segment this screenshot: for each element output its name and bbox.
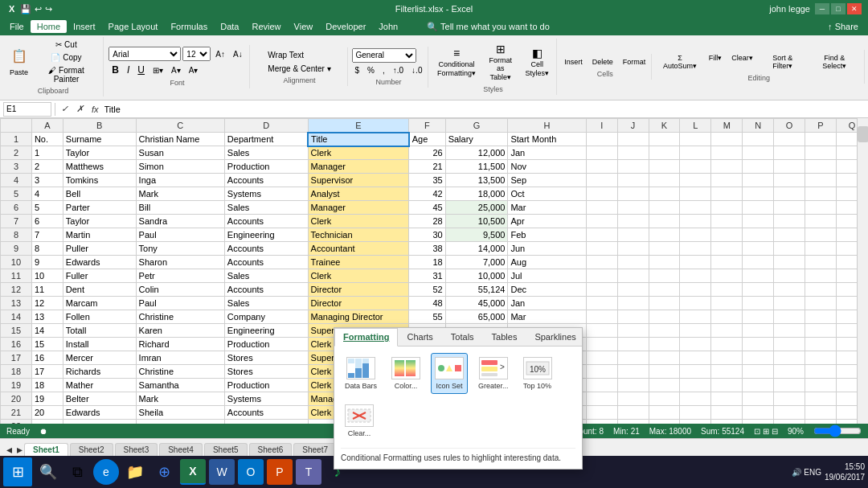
cell-empty-5-6[interactable] bbox=[774, 187, 805, 201]
cell-empty-13-1[interactable] bbox=[617, 297, 649, 310]
row-header-6[interactable]: 6 bbox=[1, 201, 32, 215]
row-header-7[interactable]: 7 bbox=[1, 215, 32, 228]
cell-H11[interactable]: Jul bbox=[508, 269, 586, 283]
row-header-8[interactable]: 8 bbox=[1, 228, 32, 242]
cell-empty-14-4[interactable] bbox=[711, 310, 743, 324]
cell-C3[interactable]: Simon bbox=[136, 160, 224, 174]
cell-empty-3-0[interactable] bbox=[586, 160, 617, 174]
cell-H3[interactable]: Nov bbox=[508, 160, 586, 174]
cell-D1[interactable]: Department bbox=[224, 133, 308, 146]
cell-B4[interactable]: Tomkins bbox=[63, 174, 136, 187]
cell-F9[interactable]: 38 bbox=[409, 242, 445, 256]
cell-empty-6-2[interactable] bbox=[649, 201, 680, 215]
cell-B13[interactable]: Marcam bbox=[63, 297, 136, 310]
cell-H9[interactable]: Jun bbox=[508, 242, 586, 256]
fill-button[interactable]: Fill▾ bbox=[705, 51, 727, 72]
cell-G10[interactable]: 7,000 bbox=[445, 256, 508, 269]
cell-A16[interactable]: 15 bbox=[31, 338, 63, 351]
cell-B8[interactable]: Martin bbox=[63, 228, 136, 242]
font-color-button[interactable]: A▾ bbox=[186, 64, 202, 76]
cell-G13[interactable]: 45,000 bbox=[445, 297, 508, 310]
cell-C15[interactable]: Karen bbox=[136, 324, 224, 338]
cell-B12[interactable]: Dent bbox=[63, 283, 136, 297]
cell-D5[interactable]: Systems bbox=[224, 187, 308, 201]
formula-input[interactable] bbox=[104, 102, 865, 117]
cell-empty-9-4[interactable] bbox=[711, 242, 743, 256]
cell-F4[interactable]: 35 bbox=[409, 174, 445, 187]
cell-empty-18-0[interactable] bbox=[586, 365, 617, 379]
cell-A13[interactable]: 12 bbox=[31, 297, 63, 310]
cell-empty-9-0[interactable] bbox=[586, 242, 617, 256]
cell-empty-19-0[interactable] bbox=[586, 379, 617, 392]
col-header-G[interactable]: G bbox=[445, 119, 508, 133]
increase-decimal-button[interactable]: ↑.0 bbox=[390, 64, 407, 76]
cell-H12[interactable]: Dec bbox=[508, 283, 586, 297]
cell-A18[interactable]: 17 bbox=[31, 365, 63, 379]
cell-C4[interactable]: Inga bbox=[136, 174, 224, 187]
taskbar-outlook[interactable]: O bbox=[238, 459, 264, 485]
cell-A19[interactable]: 18 bbox=[31, 379, 63, 392]
cell-A21[interactable]: 20 bbox=[31, 406, 63, 420]
cell-empty-11-2[interactable] bbox=[649, 269, 680, 283]
cell-empty-20-1[interactable] bbox=[617, 392, 649, 406]
taskbar-powerpoint[interactable]: P bbox=[267, 459, 293, 485]
format-button[interactable]: Format bbox=[619, 55, 650, 68]
cell-empty-12-1[interactable] bbox=[617, 283, 649, 297]
cell-A2[interactable]: 1 bbox=[31, 146, 63, 160]
cell-B18[interactable]: Richards bbox=[63, 365, 136, 379]
cell-B2[interactable]: Taylor bbox=[63, 146, 136, 160]
cell-empty-14-1[interactable] bbox=[617, 310, 649, 324]
cell-H7[interactable]: Apr bbox=[508, 215, 586, 228]
col-header-M[interactable]: M bbox=[711, 119, 743, 133]
cell-A10[interactable]: 9 bbox=[31, 256, 63, 269]
cell-empty-13-2[interactable] bbox=[649, 297, 680, 310]
cell-F6[interactable]: 45 bbox=[409, 201, 445, 215]
cell-C13[interactable]: Paul bbox=[136, 297, 224, 310]
cell-empty-9-7[interactable] bbox=[805, 242, 837, 256]
border-button[interactable]: ⊞▾ bbox=[149, 64, 166, 76]
cell-E1[interactable]: Title bbox=[308, 133, 409, 146]
cell-empty-17-2[interactable] bbox=[649, 351, 680, 365]
cell-D13[interactable]: Sales bbox=[224, 297, 308, 310]
cell-G14[interactable]: 65,000 bbox=[445, 310, 508, 324]
cell-D21[interactable]: Accounts bbox=[224, 406, 308, 420]
increase-font-button[interactable]: A↑ bbox=[212, 48, 228, 60]
cell-empty-9-2[interactable] bbox=[649, 242, 680, 256]
cell-C14[interactable]: Christine bbox=[136, 310, 224, 324]
cell-empty-19-3[interactable] bbox=[680, 379, 711, 392]
cell-J1[interactable] bbox=[617, 133, 649, 146]
row-header-9[interactable]: 9 bbox=[1, 242, 32, 256]
cell-empty-12-2[interactable] bbox=[649, 283, 680, 297]
cell-H14[interactable]: Mar bbox=[508, 310, 586, 324]
cell-N1[interactable] bbox=[743, 133, 774, 146]
cell-E2[interactable]: Clerk bbox=[308, 146, 409, 160]
cell-F13[interactable]: 48 bbox=[409, 297, 445, 310]
cell-empty-5-2[interactable] bbox=[649, 187, 680, 201]
cell-empty-16-3[interactable] bbox=[680, 338, 711, 351]
cell-empty-3-5[interactable] bbox=[743, 160, 774, 174]
cell-D16[interactable]: Production bbox=[224, 338, 308, 351]
col-header-C[interactable]: C bbox=[136, 119, 224, 133]
cell-D2[interactable]: Sales bbox=[224, 146, 308, 160]
cell-empty-11-4[interactable] bbox=[711, 269, 743, 283]
cell-empty-17-0[interactable] bbox=[586, 351, 617, 365]
cell-empty-7-4[interactable] bbox=[711, 215, 743, 228]
cell-A3[interactable]: 2 bbox=[31, 160, 63, 174]
menu-file[interactable]: File bbox=[3, 20, 31, 33]
col-header-N[interactable]: N bbox=[743, 119, 774, 133]
cell-empty-10-3[interactable] bbox=[680, 256, 711, 269]
cell-empty-4-3[interactable] bbox=[680, 174, 711, 187]
taskbar-teams[interactable]: T bbox=[296, 459, 321, 485]
menu-insert[interactable]: Insert bbox=[67, 20, 102, 33]
cell-B9[interactable]: Puller bbox=[63, 242, 136, 256]
cell-empty-20-4[interactable] bbox=[711, 392, 743, 406]
cell-empty-4-7[interactable] bbox=[805, 174, 837, 187]
save-icon[interactable]: 💾 bbox=[20, 4, 31, 14]
cell-empty-11-7[interactable] bbox=[805, 269, 837, 283]
cell-empty-10-5[interactable] bbox=[743, 256, 774, 269]
page-break-view-icon[interactable]: ⊟ bbox=[772, 427, 778, 436]
cell-empty-13-6[interactable] bbox=[774, 297, 805, 310]
cell-C5[interactable]: Mark bbox=[136, 187, 224, 201]
cell-empty-2-7[interactable] bbox=[805, 146, 837, 160]
cell-A11[interactable]: 10 bbox=[31, 269, 63, 283]
